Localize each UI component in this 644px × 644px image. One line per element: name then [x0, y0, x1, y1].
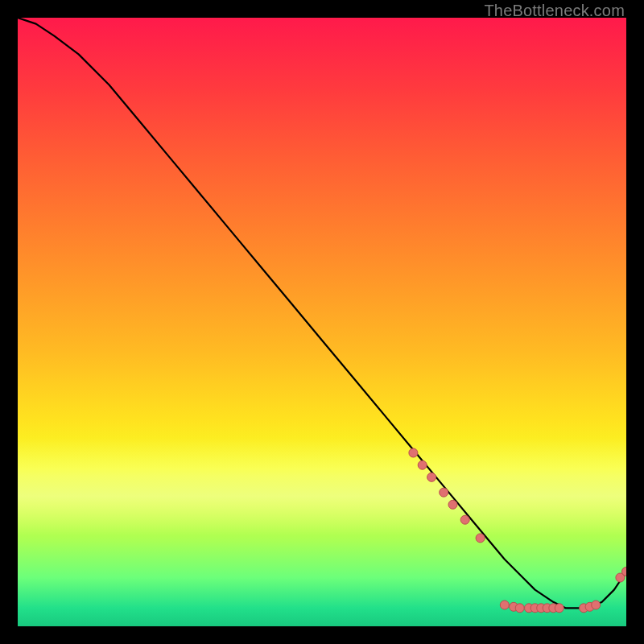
- data-marker: [555, 604, 564, 613]
- data-marker: [427, 473, 436, 481]
- data-marker: [460, 515, 469, 524]
- data-marker: [448, 500, 457, 509]
- chart-stage: TheBottleneck.com: [0, 0, 644, 644]
- plot-area: [18, 18, 626, 626]
- marker-group: [409, 448, 626, 613]
- data-marker: [440, 488, 448, 497]
- data-marker: [592, 601, 601, 609]
- data-marker: [418, 460, 427, 469]
- data-marker: [500, 601, 509, 609]
- data-marker: [409, 448, 418, 457]
- data-marker: [476, 534, 485, 543]
- curve-layer: [18, 18, 626, 626]
- data-marker: [515, 604, 524, 613]
- bottleneck-curve-path: [18, 18, 626, 608]
